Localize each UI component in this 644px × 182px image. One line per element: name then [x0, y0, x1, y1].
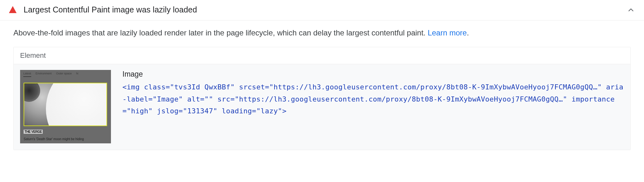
audit-item: Largest Contentful Paint image was lazil… [0, 0, 644, 160]
thumbnail-tabs: Latest Environment Outer space N [23, 72, 108, 77]
learn-more-link[interactable]: Learn more [428, 28, 467, 37]
planet-graphic [46, 83, 107, 126]
audit-description-text: Above-the-fold images that are lazily lo… [13, 28, 428, 37]
chevron-up-icon[interactable] [627, 6, 635, 14]
thumb-tab: Environment [36, 72, 52, 77]
thumb-tab: Outer space [56, 72, 72, 77]
element-panel: Element Latest Environment Outer space N [13, 47, 631, 150]
audit-title: Largest Contentful Paint image was lazil… [24, 5, 627, 14]
panel-row: Latest Environment Outer space N THE VER… [14, 64, 630, 150]
element-snippet[interactable]: <img class="tvs3Id QwxBBf" srcset="https… [122, 81, 624, 117]
element-label: Image [122, 70, 624, 79]
warning-triangle-icon [9, 6, 17, 13]
audit-description-suffix: . [467, 28, 469, 37]
crater-graphic [24, 83, 40, 102]
thumb-tab: N [76, 72, 78, 77]
audit-description: Above-the-fold images that are lazily lo… [13, 27, 631, 39]
audit-header[interactable]: Largest Contentful Paint image was lazil… [0, 0, 644, 20]
thumbnail-highlight-box [24, 83, 107, 126]
thumbnail-caption: Saturn's 'Death Star' moon might be hidi… [24, 137, 107, 141]
audit-body: Above-the-fold images that are lazily lo… [0, 20, 644, 160]
panel-column-header: Element [14, 47, 630, 64]
element-thumbnail[interactable]: Latest Environment Outer space N THE VER… [20, 70, 111, 143]
element-detail: Image <img class="tvs3Id QwxBBf" srcset=… [122, 70, 624, 117]
thumbnail-source: THE VERGE [24, 130, 43, 134]
thumb-tab: Latest [23, 72, 31, 77]
